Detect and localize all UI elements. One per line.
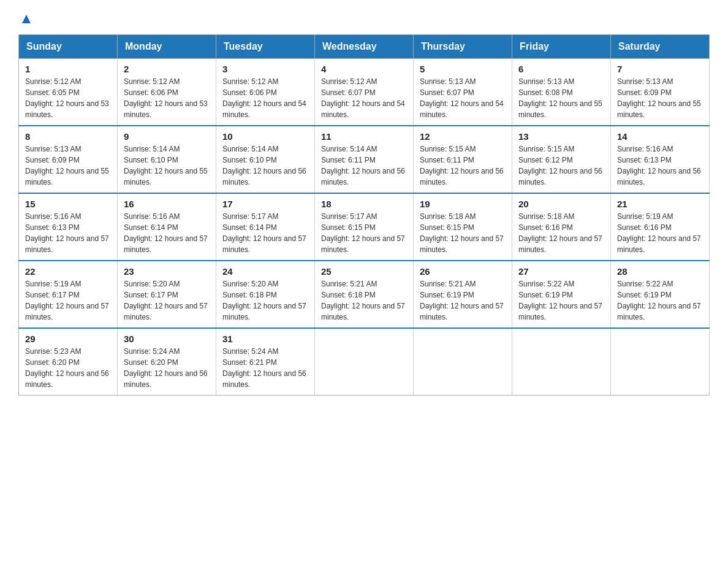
calendar-cell: 29Sunrise: 5:23 AMSunset: 6:20 PMDayligh… <box>19 328 118 396</box>
day-number: 13 <box>518 131 604 142</box>
day-info: Sunrise: 5:22 AMSunset: 6:19 PMDaylight:… <box>518 278 604 323</box>
calendar-cell <box>611 328 710 396</box>
day-info: Sunrise: 5:14 AMSunset: 6:10 PMDaylight:… <box>124 144 210 188</box>
calendar-cell: 10Sunrise: 5:14 AMSunset: 6:10 PMDayligh… <box>216 126 315 193</box>
day-number: 14 <box>617 131 703 142</box>
day-number: 23 <box>124 266 210 277</box>
day-info: Sunrise: 5:15 AMSunset: 6:12 PMDaylight:… <box>518 144 604 188</box>
day-info: Sunrise: 5:24 AMSunset: 6:21 PMDaylight:… <box>222 346 308 390</box>
header-friday: Friday <box>512 35 611 59</box>
calendar-cell: 5Sunrise: 5:13 AMSunset: 6:07 PMDaylight… <box>414 59 512 126</box>
day-number: 5 <box>420 64 506 74</box>
day-number: 9 <box>124 131 210 142</box>
day-number: 17 <box>222 199 308 209</box>
day-number: 7 <box>617 64 703 74</box>
day-number: 2 <box>124 64 210 74</box>
day-number: 8 <box>25 131 111 142</box>
day-info: Sunrise: 5:12 AMSunset: 6:07 PMDaylight:… <box>321 76 407 120</box>
day-info: Sunrise: 5:13 AMSunset: 6:09 PMDaylight:… <box>25 144 111 188</box>
calendar-cell: 25Sunrise: 5:21 AMSunset: 6:18 PMDayligh… <box>315 261 414 328</box>
day-info: Sunrise: 5:20 AMSunset: 6:18 PMDaylight:… <box>222 278 308 323</box>
day-info: Sunrise: 5:19 AMSunset: 6:17 PMDaylight:… <box>25 278 111 323</box>
week-row-2: 8Sunrise: 5:13 AMSunset: 6:09 PMDaylight… <box>19 126 710 193</box>
day-info: Sunrise: 5:23 AMSunset: 6:20 PMDaylight:… <box>25 346 111 390</box>
day-number: 6 <box>518 64 604 74</box>
header-sunday: Sunday <box>19 35 118 59</box>
calendar-cell: 26Sunrise: 5:21 AMSunset: 6:19 PMDayligh… <box>414 261 512 328</box>
day-number: 11 <box>321 131 407 142</box>
day-info: Sunrise: 5:12 AMSunset: 6:05 PMDaylight:… <box>25 76 111 120</box>
day-info: Sunrise: 5:18 AMSunset: 6:15 PMDaylight:… <box>420 211 506 255</box>
day-info: Sunrise: 5:19 AMSunset: 6:16 PMDaylight:… <box>617 211 703 255</box>
logo <box>18 12 33 22</box>
week-row-1: 1Sunrise: 5:12 AMSunset: 6:05 PMDaylight… <box>19 59 710 126</box>
day-info: Sunrise: 5:22 AMSunset: 6:19 PMDaylight:… <box>617 278 703 323</box>
calendar-cell: 1Sunrise: 5:12 AMSunset: 6:05 PMDaylight… <box>19 59 118 126</box>
day-number: 21 <box>617 199 703 209</box>
day-info: Sunrise: 5:16 AMSunset: 6:13 PMDaylight:… <box>25 211 111 255</box>
day-number: 30 <box>124 334 210 344</box>
day-number: 19 <box>420 199 506 209</box>
header-wednesday: Wednesday <box>315 35 414 59</box>
day-number: 28 <box>617 266 703 277</box>
calendar-cell: 21Sunrise: 5:19 AMSunset: 6:16 PMDayligh… <box>611 193 710 261</box>
day-number: 12 <box>420 131 506 142</box>
day-info: Sunrise: 5:17 AMSunset: 6:14 PMDaylight:… <box>222 211 308 255</box>
calendar-cell: 30Sunrise: 5:24 AMSunset: 6:20 PMDayligh… <box>118 328 216 396</box>
day-info: Sunrise: 5:13 AMSunset: 6:08 PMDaylight:… <box>518 76 604 120</box>
calendar-cell: 14Sunrise: 5:16 AMSunset: 6:13 PMDayligh… <box>611 126 710 193</box>
calendar-cell: 13Sunrise: 5:15 AMSunset: 6:12 PMDayligh… <box>512 126 611 193</box>
week-row-3: 15Sunrise: 5:16 AMSunset: 6:13 PMDayligh… <box>19 193 710 261</box>
logo-triangle-icon <box>20 12 33 26</box>
day-number: 26 <box>420 266 506 277</box>
day-number: 27 <box>518 266 604 277</box>
calendar-cell: 9Sunrise: 5:14 AMSunset: 6:10 PMDaylight… <box>118 126 216 193</box>
calendar-cell: 28Sunrise: 5:22 AMSunset: 6:19 PMDayligh… <box>611 261 710 328</box>
header-saturday: Saturday <box>611 35 710 59</box>
week-row-4: 22Sunrise: 5:19 AMSunset: 6:17 PMDayligh… <box>19 261 710 328</box>
day-number: 3 <box>222 64 308 74</box>
day-info: Sunrise: 5:18 AMSunset: 6:16 PMDaylight:… <box>518 211 604 255</box>
header-row: SundayMondayTuesdayWednesdayThursdayFrid… <box>19 35 710 59</box>
day-number: 16 <box>124 199 210 209</box>
week-row-5: 29Sunrise: 5:23 AMSunset: 6:20 PMDayligh… <box>19 328 710 396</box>
calendar-cell: 22Sunrise: 5:19 AMSunset: 6:17 PMDayligh… <box>19 261 118 328</box>
calendar-cell: 27Sunrise: 5:22 AMSunset: 6:19 PMDayligh… <box>512 261 611 328</box>
day-number: 24 <box>222 266 308 277</box>
header-monday: Monday <box>118 35 216 59</box>
day-info: Sunrise: 5:12 AMSunset: 6:06 PMDaylight:… <box>124 76 210 120</box>
day-number: 10 <box>222 131 308 142</box>
day-info: Sunrise: 5:17 AMSunset: 6:15 PMDaylight:… <box>321 211 407 255</box>
page-header <box>18 12 710 22</box>
day-info: Sunrise: 5:15 AMSunset: 6:11 PMDaylight:… <box>420 144 506 188</box>
svg-marker-0 <box>22 15 31 23</box>
day-number: 15 <box>25 199 111 209</box>
calendar-cell: 8Sunrise: 5:13 AMSunset: 6:09 PMDaylight… <box>19 126 118 193</box>
calendar-cell: 18Sunrise: 5:17 AMSunset: 6:15 PMDayligh… <box>315 193 414 261</box>
day-number: 29 <box>25 334 111 344</box>
calendar-cell: 19Sunrise: 5:18 AMSunset: 6:15 PMDayligh… <box>414 193 512 261</box>
day-info: Sunrise: 5:14 AMSunset: 6:11 PMDaylight:… <box>321 144 407 188</box>
day-info: Sunrise: 5:24 AMSunset: 6:20 PMDaylight:… <box>124 346 210 390</box>
day-number: 25 <box>321 266 407 277</box>
calendar-cell: 11Sunrise: 5:14 AMSunset: 6:11 PMDayligh… <box>315 126 414 193</box>
calendar-cell: 6Sunrise: 5:13 AMSunset: 6:08 PMDaylight… <box>512 59 611 126</box>
day-number: 31 <box>222 334 308 344</box>
calendar-cell: 7Sunrise: 5:13 AMSunset: 6:09 PMDaylight… <box>611 59 710 126</box>
day-info: Sunrise: 5:21 AMSunset: 6:19 PMDaylight:… <box>420 278 506 323</box>
day-number: 22 <box>25 266 111 277</box>
calendar-cell <box>315 328 414 396</box>
calendar-cell: 17Sunrise: 5:17 AMSunset: 6:14 PMDayligh… <box>216 193 315 261</box>
calendar-cell: 12Sunrise: 5:15 AMSunset: 6:11 PMDayligh… <box>414 126 512 193</box>
day-number: 4 <box>321 64 407 74</box>
day-info: Sunrise: 5:16 AMSunset: 6:14 PMDaylight:… <box>124 211 210 255</box>
header-thursday: Thursday <box>414 35 512 59</box>
day-info: Sunrise: 5:21 AMSunset: 6:18 PMDaylight:… <box>321 278 407 323</box>
calendar-cell: 4Sunrise: 5:12 AMSunset: 6:07 PMDaylight… <box>315 59 414 126</box>
day-info: Sunrise: 5:14 AMSunset: 6:10 PMDaylight:… <box>222 144 308 188</box>
calendar-cell <box>512 328 611 396</box>
calendar-table: SundayMondayTuesdayWednesdayThursdayFrid… <box>18 34 710 396</box>
day-number: 18 <box>321 199 407 209</box>
calendar-cell <box>414 328 512 396</box>
day-number: 20 <box>518 199 604 209</box>
